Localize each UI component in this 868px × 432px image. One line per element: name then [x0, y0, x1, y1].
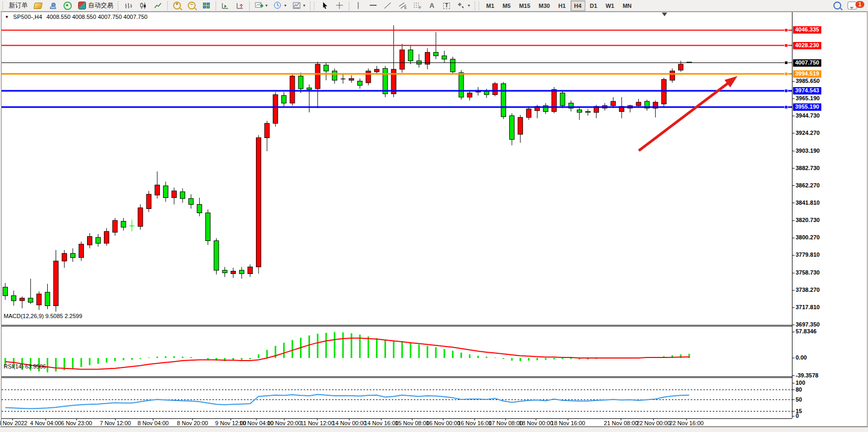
date-axis-label: 15 Nov 08:00 [395, 420, 429, 426]
date-axis-label: 6 Nov 23:00 [61, 420, 92, 426]
date-axis-label: 17 Nov 08:00 [488, 420, 522, 426]
date-axis-label: 14 Nov 16:00 [364, 420, 398, 426]
date-axis-label: 22 Nov 00:00 [636, 420, 670, 426]
candle-body [53, 261, 58, 305]
trend-arrow[interactable] [639, 82, 729, 151]
line-anchor[interactable] [785, 44, 788, 47]
chart-ohlc: 4008.550 4008.550 4007.750 4007.750 [47, 14, 148, 20]
date-axis-label: 4 Nov 04:00 [30, 420, 61, 426]
date-axis-label: 3 Nov 2022 [0, 420, 27, 426]
candle-body [155, 185, 159, 195]
candle-body [37, 294, 41, 305]
date-axis-label: 7 Nov 12:00 [100, 420, 131, 426]
price-badge: 4046.335 [793, 26, 821, 34]
date-axis-label: 22 Nov 16:00 [669, 420, 703, 426]
chart-symbol: SP500-,H4 [13, 14, 42, 20]
candle-body [104, 231, 109, 244]
candle-body [88, 237, 92, 245]
collapse-triangle-icon[interactable]: ▼ [5, 15, 9, 19]
price-axis-label: 3800.270 [796, 234, 820, 240]
candle-body [374, 69, 379, 72]
candle-body [451, 59, 455, 72]
candle-body [45, 292, 50, 306]
candle-body [307, 88, 312, 89]
rsi-label: RSI(14) 63.9506 [4, 363, 46, 370]
candle-body [518, 118, 523, 134]
candle-body [442, 56, 447, 59]
candle-body [425, 52, 430, 65]
candle-body [248, 267, 252, 274]
line-anchor[interactable] [785, 89, 788, 92]
chart-canvas[interactable] [0, 0, 868, 432]
candle-body [79, 244, 83, 258]
date-axis-label: 8 Nov 04:00 [137, 420, 168, 426]
price-axis-label: 3779.810 [796, 251, 820, 258]
price-axis-label: 3985.650 [796, 78, 820, 84]
candle-body [189, 198, 194, 204]
candle-body [510, 116, 515, 140]
candle-body [239, 270, 244, 273]
candle-body [408, 50, 413, 61]
macd-axis-label: 57.8346 [796, 328, 817, 334]
price-axis-label: 3697.350 [796, 321, 820, 328]
date-axis-label: 11 Nov 12:00 [301, 420, 335, 426]
candle-body [315, 64, 320, 89]
line-anchor[interactable] [785, 28, 788, 31]
price-axis-label: 3944.730 [796, 112, 820, 119]
line-anchor[interactable] [785, 61, 788, 65]
candle-body [611, 101, 616, 106]
date-axis-label: 16 Nov 16:00 [457, 420, 491, 426]
price-badge: 4007.750 [793, 59, 821, 67]
mt4-window: 新订单 自动交易 + − ▾ ▾ ▾ E F A T ▾ M1M5M15M30H… [0, 0, 868, 432]
candle-body [214, 241, 219, 270]
date-axis-label: 21 Nov 08:00 [604, 420, 638, 426]
chart-title[interactable]: ▼ SP500-,H4 4008.550 4008.550 4007.750 4… [5, 14, 147, 20]
candle-body [273, 94, 278, 123]
candle-body [180, 192, 185, 198]
candle-body [172, 191, 177, 198]
date-axis-label: 18 Nov 00:00 [519, 420, 553, 426]
candle-body [163, 186, 168, 198]
candle-body [358, 81, 362, 86]
candle-body [138, 208, 143, 226]
candle-body [349, 79, 354, 80]
candle-body [222, 270, 227, 273]
date-axis-label: 16 Nov 00:00 [426, 420, 460, 426]
price-badge: 3994.519 [793, 70, 821, 78]
candle-body [290, 76, 295, 103]
price-axis-label: 3758.730 [796, 269, 820, 276]
chart-shift-marker-icon[interactable] [662, 13, 667, 16]
candle-body [121, 222, 126, 227]
price-axis-label: 3738.270 [796, 287, 820, 293]
candle-body [383, 68, 388, 93]
candle-body [265, 123, 270, 138]
line-anchor[interactable] [785, 106, 788, 109]
rsi-axis-label: 80 [796, 386, 802, 393]
candle-body [96, 237, 101, 243]
candle-body [70, 254, 75, 258]
rsi-line [5, 394, 689, 408]
candle-body [256, 138, 261, 267]
candle-body [298, 76, 303, 89]
candle-body [366, 71, 371, 83]
candle-body [467, 93, 472, 97]
candle-body [484, 91, 489, 94]
candle-body [113, 220, 117, 233]
candle-body [12, 296, 16, 301]
candle-body [552, 90, 556, 112]
candle-body [527, 109, 531, 118]
candle-body [20, 298, 25, 301]
candle-body [130, 226, 134, 226]
candle-body [231, 271, 235, 274]
date-axis-label: 10 Nov 20:00 [267, 420, 301, 426]
macd-signal-line [5, 338, 689, 369]
candle-body [341, 79, 346, 79]
candle-body [282, 96, 286, 103]
line-anchor[interactable] [785, 72, 788, 76]
rsi-axis-label: 0 [796, 413, 799, 419]
price-badge: 4028.230 [793, 42, 821, 49]
macd-axis-label: 0.00 [796, 354, 807, 361]
candle-body [501, 83, 506, 117]
candle-body [324, 65, 328, 71]
price-axis-label: 3924.270 [796, 130, 820, 136]
